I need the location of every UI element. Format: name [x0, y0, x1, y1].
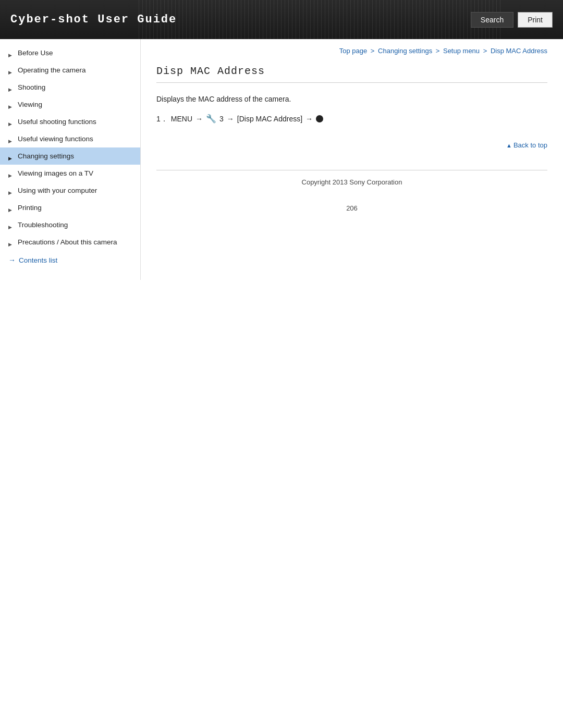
sidebar-item-useful-viewing[interactable]: Useful viewing functions — [0, 130, 140, 147]
content-body: Displays the MAC address of the camera. … — [156, 93, 547, 126]
chevron-icon — [8, 188, 14, 193]
sidebar-item-label: Changing settings — [18, 152, 74, 160]
contents-list-link[interactable]: → Contents list — [0, 251, 140, 269]
arrow-1: → — [195, 113, 203, 125]
chevron-icon — [8, 171, 14, 176]
num-3: 3 — [219, 113, 224, 125]
footer: Copyright 2013 Sony Corporation — [156, 170, 547, 194]
content-area: Top page > Changing settings > Setup men… — [141, 39, 563, 280]
sidebar-item-changing-settings[interactable]: Changing settings — [0, 147, 140, 165]
sidebar-item-useful-shooting[interactable]: Useful shooting functions — [0, 113, 140, 130]
back-to-top-link[interactable]: Back to top — [506, 141, 547, 149]
sidebar-item-precautions[interactable]: Precautions / About this camera — [0, 233, 140, 251]
sidebar-item-label: Viewing images on a TV — [18, 169, 93, 177]
bracket-text: [Disp MAC Address] — [237, 113, 302, 125]
wrench-icon: 🔧 — [206, 112, 216, 126]
sidebar-item-label: Viewing — [18, 101, 42, 108]
chevron-icon — [8, 51, 14, 56]
sidebar-item-label: Useful shooting functions — [18, 118, 96, 126]
chevron-icon — [8, 154, 14, 159]
chevron-icon — [8, 85, 14, 90]
description-text: Displays the MAC address of the camera. — [156, 93, 547, 105]
chevron-icon — [8, 137, 14, 142]
sidebar-item-label: Troubleshooting — [18, 221, 68, 229]
sidebar-item-viewing-tv[interactable]: Viewing images on a TV — [0, 165, 140, 182]
sidebar-item-before-use[interactable]: Before Use — [0, 44, 140, 61]
arrow-3: → — [305, 113, 313, 125]
chevron-icon — [8, 68, 14, 73]
sidebar-item-using-computer[interactable]: Using with your computer — [0, 182, 140, 199]
breadcrumb-setup-menu[interactable]: Setup menu — [443, 47, 480, 55]
page-number: 206 — [156, 194, 547, 217]
sidebar-item-label: Shooting — [18, 83, 45, 91]
sidebar-item-label: Useful viewing functions — [18, 135, 93, 143]
sidebar-item-label: Using with your computer — [18, 187, 97, 194]
breadcrumb-top-page[interactable]: Top page — [339, 47, 368, 55]
chevron-icon — [8, 102, 14, 107]
back-to-top: Back to top — [156, 141, 547, 149]
step-number: 1． — [156, 113, 168, 125]
breadcrumb-changing-settings[interactable]: Changing settings — [378, 47, 432, 55]
contents-list-label: Contents list — [19, 256, 57, 264]
chevron-icon — [8, 205, 14, 211]
breadcrumb: Top page > Changing settings > Setup men… — [156, 47, 547, 55]
header: Cyber-shot User Guide Search Print — [0, 0, 563, 39]
sidebar-item-operating[interactable]: Operating the camera — [0, 61, 140, 79]
step-instruction: 1． MENU → 🔧 3 → [Disp MAC Address] → — [156, 112, 547, 126]
breadcrumb-disp-mac[interactable]: Disp MAC Address — [491, 47, 547, 55]
sidebar-item-troubleshooting[interactable]: Troubleshooting — [0, 216, 140, 233]
chevron-icon — [8, 119, 14, 125]
copyright-text: Copyright 2013 Sony Corporation — [302, 178, 402, 186]
print-button[interactable]: Print — [518, 12, 553, 28]
app-title: Cyber-shot User Guide — [10, 13, 177, 26]
header-buttons: Search Print — [471, 12, 553, 28]
sidebar-item-label: Before Use — [18, 49, 53, 57]
main-container: Before Use Operating the camera Shooting… — [0, 39, 563, 280]
chevron-icon — [8, 240, 14, 245]
sidebar-item-label: Printing — [18, 204, 42, 212]
sidebar-item-label: Precautions / About this camera — [18, 238, 117, 246]
sidebar: Before Use Operating the camera Shooting… — [0, 39, 141, 280]
confirm-circle-icon — [316, 115, 323, 122]
sidebar-item-shooting[interactable]: Shooting — [0, 79, 140, 96]
sidebar-item-printing[interactable]: Printing — [0, 199, 140, 216]
search-button[interactable]: Search — [471, 12, 513, 28]
arrow-2: → — [227, 113, 234, 125]
sidebar-item-viewing[interactable]: Viewing — [0, 96, 140, 113]
chevron-icon — [8, 223, 14, 228]
menu-label: MENU — [171, 113, 192, 125]
arrow-right-icon: → — [8, 256, 16, 264]
page-title: Disp MAC Address — [156, 65, 547, 83]
sidebar-item-label: Operating the camera — [18, 66, 86, 74]
